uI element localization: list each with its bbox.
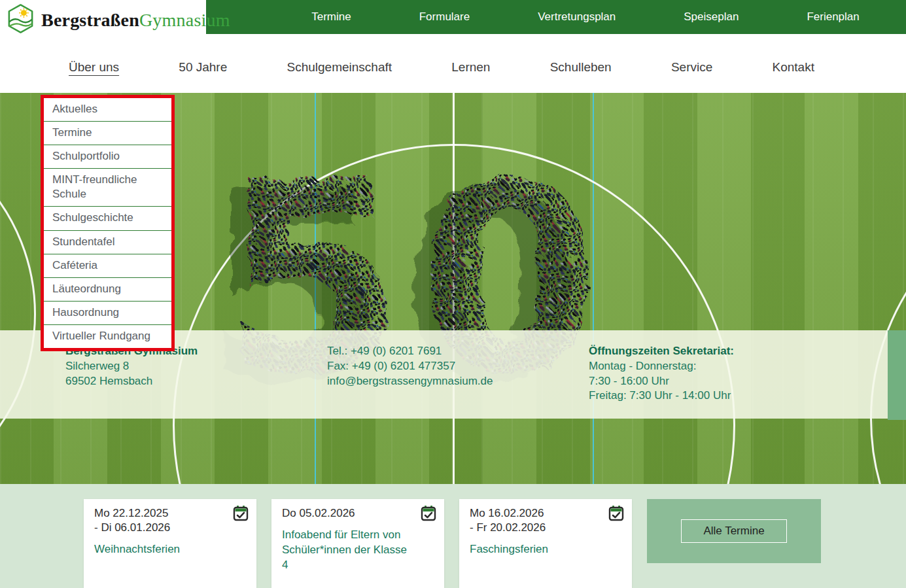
calendar-check-icon bbox=[232, 505, 249, 525]
contact-address: Bergstraßen Gymnasium Silcherweg 8 69502… bbox=[65, 344, 327, 419]
main-nav-item-schulgemeinschaft[interactable]: Schulgemeinschaft bbox=[287, 60, 392, 75]
contact-communication: Tel.: +49 (0) 6201 7691 Fax: +49 (0) 620… bbox=[327, 344, 589, 419]
dropdown-item-hausordnung[interactable]: Hausordnung bbox=[44, 302, 171, 325]
contact-email[interactable]: info@bergstrassengymnasium.de bbox=[327, 374, 589, 389]
contact-office-hours: Öffnungszeiten Sekretariat: Montag - Don… bbox=[589, 344, 850, 419]
dropdown-list: Aktuelles Termine Schulportfolio MINT-fr… bbox=[44, 98, 171, 348]
event-date-line2: - Fr 20.02.2026 bbox=[470, 521, 603, 535]
main-nav-item-service[interactable]: Service bbox=[671, 60, 712, 75]
top-nav-item-formulare[interactable]: Formulare bbox=[419, 10, 470, 24]
top-nav-bar: Termine Formulare Vertretungsplan Speise… bbox=[206, 0, 906, 34]
logo-hexagon-landscape-icon bbox=[5, 3, 36, 37]
dropdown-item-stundentafel[interactable]: Stundentafel bbox=[44, 231, 171, 254]
event-date-line1: Mo 22.12.2025 bbox=[94, 506, 228, 521]
main-nav-item-ueber-uns[interactable]: Über uns bbox=[69, 60, 119, 75]
event-title[interactable]: Infoabend für Eltern von Schüler*innen d… bbox=[282, 528, 415, 573]
calendar-check-icon bbox=[420, 505, 437, 525]
event-date-line1: Mo 16.02.2026 bbox=[470, 506, 603, 521]
event-date: Do 05.02.2026 bbox=[282, 506, 415, 521]
dropdown-item-aktuelles[interactable]: Aktuelles bbox=[44, 98, 171, 122]
office-hours-friday: Freitag: 7:30 Uhr - 14:00 Uhr bbox=[589, 389, 850, 404]
main-nav-item-schulleben[interactable]: Schulleben bbox=[550, 60, 612, 75]
top-nav: Termine Formulare Vertretungsplan Speise… bbox=[206, 0, 906, 34]
dropdown-item-schulportfolio[interactable]: Schulportfolio bbox=[44, 145, 171, 169]
event-title[interactable]: Faschingsferien bbox=[470, 542, 603, 557]
site-logo[interactable]: BergstraßenGymnasium bbox=[5, 3, 230, 37]
dropdown-item-mint-freundliche-schule[interactable]: MINT-freundliche Schule bbox=[44, 169, 171, 207]
event-date: Mo 22.12.2025 - Di 06.01.2026 bbox=[94, 506, 228, 535]
dropdown-item-virtueller-rundgang[interactable]: Virtueller Rundgang bbox=[44, 325, 171, 348]
office-hours-time: 7:30 - 16:00 Uhr bbox=[589, 374, 850, 389]
contact-street: Silcherweg 8 bbox=[65, 359, 327, 374]
event-card-weihnachtsferien[interactable]: Mo 22.12.2025 - Di 06.01.2026 Weihnachts… bbox=[84, 499, 256, 588]
event-card-faschingsferien[interactable]: Mo 16.02.2026 - Fr 20.02.2026 Faschingsf… bbox=[459, 499, 632, 588]
calendar-check-icon bbox=[608, 505, 625, 525]
logo-word-bold: Bergstraßen bbox=[41, 10, 139, 30]
event-date-line1: Do 05.02.2026 bbox=[282, 506, 415, 521]
top-nav-item-termine[interactable]: Termine bbox=[311, 10, 351, 24]
all-termine-card: Alle Termine bbox=[647, 499, 821, 563]
ueber-uns-dropdown-annotated: Aktuelles Termine Schulportfolio MINT-fr… bbox=[41, 95, 175, 351]
contact-fax: Fax: +49 (0) 6201 477357 bbox=[327, 359, 589, 374]
event-card-infoabend[interactable]: Do 05.02.2026 Infoabend für Eltern von S… bbox=[271, 499, 444, 588]
top-nav-item-vertretungsplan[interactable]: Vertretungsplan bbox=[538, 10, 616, 24]
contact-city: 69502 Hemsbach bbox=[65, 374, 327, 389]
all-termine-button[interactable]: Alle Termine bbox=[681, 519, 786, 543]
band-next-strip[interactable] bbox=[888, 330, 906, 420]
event-title[interactable]: Weihnachtsferien bbox=[94, 542, 228, 557]
dropdown-item-laeuteordnung[interactable]: Läuteordnung bbox=[44, 278, 171, 302]
contact-phone: Tel.: +49 (0) 6201 7691 bbox=[327, 344, 589, 359]
logo-wordmark: BergstraßenGymnasium bbox=[41, 10, 230, 31]
main-nav-item-50-jahre[interactable]: 50 Jahre bbox=[179, 60, 227, 75]
top-nav-item-speiseplan[interactable]: Speiseplan bbox=[684, 10, 739, 24]
dropdown-item-termine[interactable]: Termine bbox=[44, 122, 171, 145]
dropdown-item-cafeteria[interactable]: Caféteria bbox=[44, 254, 171, 278]
office-hours-title: Öffnungszeiten Sekretariat: bbox=[589, 344, 850, 359]
top-nav-item-ferienplan[interactable]: Ferienplan bbox=[807, 10, 859, 24]
dropdown-item-schulgeschichte[interactable]: Schulgeschichte bbox=[44, 207, 171, 230]
main-nav-item-lernen[interactable]: Lernen bbox=[451, 60, 490, 75]
event-date: Mo 16.02.2026 - Fr 20.02.2026 bbox=[470, 506, 603, 535]
main-nav-item-kontakt[interactable]: Kontakt bbox=[772, 60, 814, 75]
main-nav: Über uns 50 Jahre Schulgemeinschaft Lern… bbox=[0, 34, 906, 93]
event-date-line2: - Di 06.01.2026 bbox=[94, 521, 228, 535]
header: Termine Formulare Vertretungsplan Speise… bbox=[0, 0, 906, 34]
events-section: Mo 22.12.2025 - Di 06.01.2026 Weihnachts… bbox=[0, 484, 906, 588]
office-hours-days: Montag - Donnerstag: bbox=[589, 359, 850, 374]
logo-word-light: Gymnasium bbox=[139, 10, 230, 30]
